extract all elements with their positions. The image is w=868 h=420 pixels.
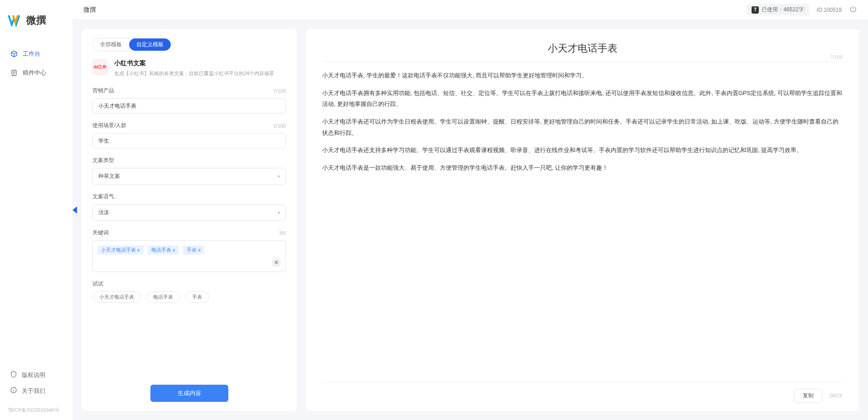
suggest-pill[interactable]: 手表 — [185, 291, 209, 303]
cube-icon — [10, 50, 18, 58]
template-header: dd工作 小红书文案 生成【小红书】风格的各类文案，目前已覆盖小红书平台的24个… — [92, 59, 286, 77]
type-select[interactable]: 种草文案 ▾ — [92, 168, 286, 185]
logo-text: 微撰 — [26, 14, 46, 27]
type-label: 文案类型 — [92, 157, 114, 164]
keywords-label: 关键词 — [92, 229, 109, 237]
xiaohongshu-icon: dd工作 — [92, 59, 108, 75]
tab-custom[interactable]: 自定义模板 — [129, 38, 171, 51]
sidebar: 微撰 工作台 稿件中心 版权说明 — [0, 0, 72, 420]
suggestions: 小天才电话手表 电话手表 手表 — [92, 291, 286, 303]
output-paragraph: 小天才电话手表还可以作为学生日程表使用。学生可以设置闹钟、提醒、日程安排等, 更… — [322, 116, 843, 138]
nav-label: 稿件中心 — [23, 69, 46, 77]
output-panel: 小天才电话手表 7/100 小天才电话手表, 学生的最爱！这款电话手表不仅功能强… — [306, 29, 859, 411]
nav-workbench[interactable]: 工作台 — [5, 45, 68, 62]
try-label: 试试 — [92, 280, 103, 288]
product-count: 7/100 — [273, 88, 286, 94]
scene-input[interactable] — [92, 133, 286, 148]
scene-count: 2/100 — [273, 123, 286, 129]
product-input[interactable] — [92, 98, 286, 114]
chevron-down-icon: ▾ — [278, 210, 280, 215]
keyword-tag[interactable]: 小天才电话手表 x — [97, 245, 144, 255]
document-icon — [10, 69, 18, 77]
tone-value: 活泼 — [98, 209, 109, 216]
template-tabs: 全部模板 自定义模板 — [92, 38, 171, 51]
template-desc: 生成【小红书】风格的各类文案，目前已覆盖小红书平台的24个内容场景 — [114, 70, 274, 77]
sidebar-footer: 版权说明 关于我们 — [0, 367, 72, 407]
power-icon[interactable] — [849, 5, 857, 14]
tone-select[interactable]: 活泼 ▾ — [92, 204, 286, 221]
logo: 微撰 — [0, 0, 72, 45]
type-value: 种草文案 — [98, 172, 120, 180]
suggest-pill[interactable]: 电话手表 — [146, 291, 180, 303]
output-body: 小天才电话手表, 学生的最爱！这款电话手表不仅功能强大, 而且可以帮助学生更好地… — [322, 70, 843, 382]
tab-all[interactable]: 全部模板 — [93, 38, 129, 51]
output-paragraph: 小天才电话手表是一款功能强大、易于使用、方便管理的学生电话手表。赶快入手一只吧,… — [322, 162, 843, 174]
keywords-input[interactable]: 小天才电话手表 x 电话手表 x 手表 x ✕ — [92, 240, 286, 272]
char-count: 285字 — [829, 392, 843, 399]
nav-drafts[interactable]: 稿件中心 — [5, 64, 68, 81]
sidebar-collapse-icon[interactable] — [72, 206, 77, 214]
nav: 工作台 稿件中心 — [0, 45, 72, 367]
topbar: 微撰 T 已使用：46522字 ID:100519 — [72, 0, 868, 20]
footer-label: 版权说明 — [22, 371, 45, 379]
tone-label: 文案语气 — [92, 193, 114, 200]
footer-label: 关于我们 — [22, 387, 45, 395]
scene-label: 使用场景/人群 — [92, 122, 126, 129]
footer-copyright[interactable]: 版权说明 — [5, 367, 68, 383]
product-label: 营销产品 — [92, 87, 114, 95]
usage-text: 已使用：46522字 — [762, 6, 804, 14]
user-id: ID:100519 — [817, 7, 842, 13]
info-icon — [10, 387, 17, 395]
template-title: 小红书文案 — [114, 59, 274, 67]
logo-icon — [8, 14, 23, 27]
icp-text: 鄂ICP备2022016946号 — [0, 407, 72, 420]
copy-button[interactable]: 复制 — [794, 389, 822, 403]
keyword-tag[interactable]: 电话手表 x — [148, 245, 179, 255]
output-paragraph: 小天才电话手表拥有多种实用功能, 包括电话、短信、社交、定位等。学生可以在手表上… — [322, 88, 843, 110]
keyword-tag[interactable]: 手表 x — [183, 245, 204, 255]
topbar-title: 微撰 — [83, 6, 739, 14]
text-count-icon: T — [752, 6, 759, 14]
clear-tags-icon[interactable]: ✕ — [272, 258, 281, 267]
output-title: 小天才电话手表 — [322, 42, 843, 55]
nav-label: 工作台 — [23, 50, 40, 58]
shield-icon — [10, 371, 17, 379]
keywords-count: 3/6 — [279, 230, 286, 236]
input-panel: 全部模板 自定义模板 dd工作 小红书文案 生成【小红书】风格的各类文案，目前已… — [82, 29, 297, 411]
output-paragraph: 小天才电话手表还支持多种学习功能。学生可以通过手表观看课程视频、听录音、进行在线… — [322, 145, 843, 156]
usage-badge[interactable]: T 已使用：46522字 — [746, 4, 809, 15]
suggest-pill[interactable]: 小天才电话手表 — [92, 291, 141, 303]
title-count: 7/100 — [830, 54, 843, 60]
output-paragraph: 小天才电话手表, 学生的最爱！这款电话手表不仅功能强大, 而且可以帮助学生更好地… — [322, 70, 843, 81]
footer-about[interactable]: 关于我们 — [5, 383, 68, 399]
generate-button[interactable]: 生成内容 — [150, 385, 228, 402]
chevron-down-icon: ▾ — [278, 174, 280, 179]
